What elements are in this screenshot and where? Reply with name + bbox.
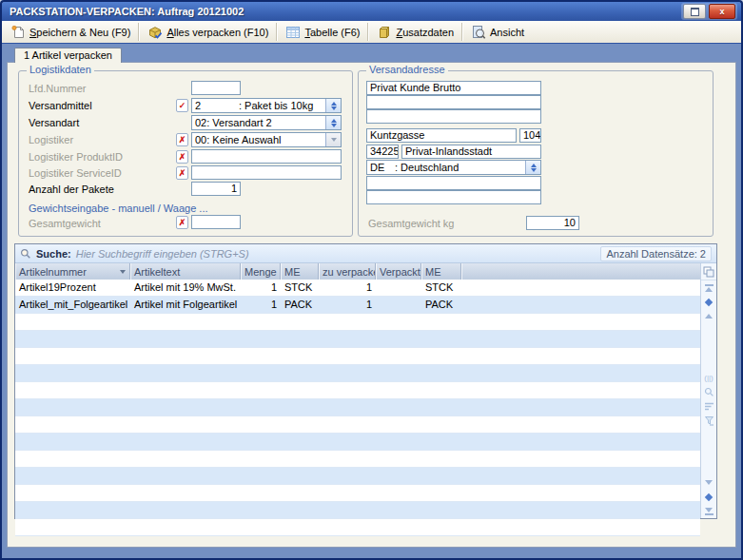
grid-search-button[interactable] [701,385,716,399]
empty-row [15,502,700,519]
table-button[interactable]: Tabelle (F6) [279,21,366,43]
tab-artikel-verpacken[interactable]: 1 Artikel verpacken [14,48,122,63]
gewichtseingabe-section-label: Gewichtseingabe - manuell / Waage ... [29,203,208,214]
columns-button[interactable]: (||) [701,371,716,385]
search-icon [20,248,31,260]
grid-search-bar[interactable]: Suche: Hier Suchbegriff eingeben (STRG+S… [15,244,716,263]
view-button[interactable]: Ansicht [464,21,531,43]
house-number-field[interactable]: 104 [519,128,541,143]
logistiker-produktid-label: Logistiker ProduktID [29,151,123,163]
next-row-button[interactable] [701,475,716,490]
close-button[interactable]: x [709,4,735,19]
column-header-artikeltext[interactable]: Artikeltext [130,263,241,280]
versandadresse-title: Versandadresse [366,64,448,75]
search-placeholder[interactable]: Hier Suchbegriff eingeben (STRG+S) [76,248,249,260]
spin-updown-icon[interactable] [325,116,341,129]
logistiker-serviceid-field[interactable] [191,165,342,180]
table-grid-icon [285,25,301,40]
country-combo[interactable]: DE : Deutschland [366,160,541,175]
address-extra1-field[interactable] [366,176,541,190]
cell-zu-verpacken: 1 [319,280,376,296]
address-name3-field[interactable] [366,109,541,124]
page-up-button[interactable] [701,295,716,309]
empty-row [15,434,700,451]
serviceid-cross-icon[interactable]: ✗ [176,166,188,180]
spin-updown-icon[interactable] [525,161,540,174]
versandart-combo[interactable]: 02: Versandart 2 [191,115,342,130]
logistikdaten-groupbox: Logistikdaten Lfd.Nummer Versandmittel ✓… [18,70,353,237]
zip-field[interactable]: 34225 [366,145,399,159]
gesamtgewicht-cross-icon[interactable]: ✗ [176,216,188,229]
cell-me1: PACK [281,297,319,313]
city-field[interactable]: Privat-Inlandsstadt [401,145,541,159]
cell-verpackt [376,280,421,296]
lfd-nummer-label: Lfd.Nummer [29,83,87,94]
sort-icon [704,401,714,412]
maximize-button[interactable] [683,4,706,19]
new-document-icon [10,25,26,40]
logistiker-serviceid-label: Logistiker ServiceID [29,167,122,179]
logistikdaten-title: Logistikdaten [27,64,94,75]
logistiker-cross-icon[interactable]: ✗ [176,133,188,146]
table-row[interactable]: Artikel19Prozent Artikel mit 19% MwSt. 1… [15,280,700,297]
page-down-icon [705,492,713,500]
prev-row-button[interactable] [701,309,716,323]
versandart-label: Versandart [29,117,79,128]
cell-me2: STCK [421,280,461,296]
empty-row [15,451,700,468]
client-frame: 1 Artikel verpacken Logistikdaten Lfd.Nu… [2,44,741,558]
grid-header-row: Artikelnummer Artikeltext Menge ME zu ve… [15,263,700,280]
tab-strip: 1 Artikel verpacken [7,46,736,62]
table-row[interactable]: Artikel_mit_Folgeartikel Artikel mit Fol… [15,297,700,314]
anzahl-pakete-label: Anzahl der Pakete [29,183,114,195]
save-new-button[interactable]: Speichern & Neu (F9) [4,21,137,43]
empty-row [15,399,700,416]
logistiker-produktid-field[interactable] [191,149,342,164]
lfd-nummer-field[interactable] [191,81,241,95]
dropdown-arrow-icon[interactable] [325,133,341,146]
column-header-me2[interactable]: ME [421,263,461,280]
additional-data-button[interactable]: Zusatzdaten [370,21,460,43]
column-header-zu-verpacken[interactable]: zu verpacke [319,263,376,280]
column-header-me1[interactable]: ME [281,263,319,280]
column-header-menge[interactable]: Menge [241,263,281,280]
gesamtgewicht-kg-label: Gesamtgewicht kg [368,218,454,229]
filter-button[interactable] [701,414,716,428]
street-field[interactable]: Kuntzgasse [366,128,517,143]
column-header-verpackt[interactable]: Verpackt [376,263,421,280]
address-name2-field[interactable] [366,95,541,109]
tab-page: Logistikdaten Lfd.Nummer Versandmittel ✓… [7,62,736,548]
empty-row [15,468,700,485]
toolbar-separator [276,23,278,41]
select-all-button[interactable] [701,263,716,280]
grid-main: Artikelnummer Artikeltext Menge ME zu ve… [15,263,700,518]
first-row-button[interactable] [701,280,716,295]
address-name1-field[interactable]: Privat Kunde Brutto [366,81,541,95]
empty-row [15,382,700,399]
magnifier-document-icon [471,25,486,40]
column-header-filler [461,263,700,280]
gesamtgewicht-kg-field[interactable]: 10 [526,216,579,230]
cell-zu-verpacken: 1 [319,297,376,313]
column-header-artikelnummer[interactable]: Artikelnummer [15,263,130,280]
pack-all-button[interactable]: Alles verpacken (F10) [141,21,275,43]
versandmittel-check-icon[interactable]: ✓ [176,99,188,112]
spin-updown-icon[interactable] [325,99,341,112]
empty-row [15,519,700,536]
address-extra2-field[interactable] [366,190,541,204]
gesamtgewicht-field[interactable] [191,215,241,229]
cell-artikeltext: Artikel mit 19% MwSt. [130,280,241,296]
versandmittel-combo[interactable]: 2 : Paket bis 10kg [191,98,342,113]
article-grid-panel: Suche: Hier Suchbegriff eingeben (STRG+S… [14,243,717,519]
cell-me2: PACK [421,297,461,313]
window-title: PACKSTATION-VERPACKEN: Auftrag 20121002 [10,6,244,17]
package-icon [377,25,392,40]
sort-button[interactable] [701,399,716,414]
anzahl-pakete-field[interactable]: 1 [191,182,241,196]
produktid-cross-icon[interactable]: ✗ [176,150,188,164]
cell-artikeltext: Artikel mit Folgeartikel [130,297,241,313]
page-down-button[interactable] [701,490,716,504]
logistiker-combo[interactable]: 00: Keine Auswahl [191,132,342,147]
empty-row [15,416,700,434]
last-row-button[interactable] [701,504,716,518]
